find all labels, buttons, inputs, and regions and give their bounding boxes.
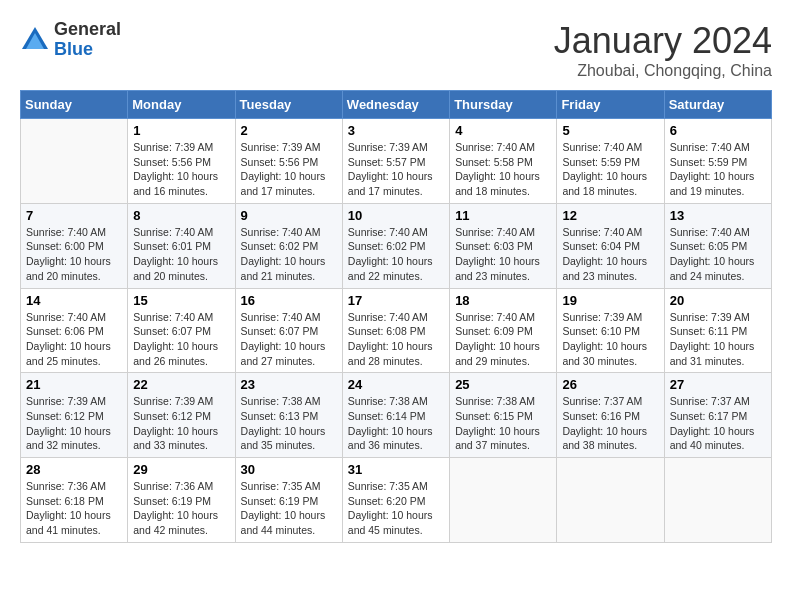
day-number: 11 xyxy=(455,208,551,223)
title-block: January 2024 Zhoubai, Chongqing, China xyxy=(554,20,772,80)
day-info: Sunrise: 7:40 AM Sunset: 6:09 PM Dayligh… xyxy=(455,310,551,369)
page-header: General Blue January 2024 Zhoubai, Chong… xyxy=(20,20,772,80)
day-number: 29 xyxy=(133,462,229,477)
day-info: Sunrise: 7:40 AM Sunset: 6:02 PM Dayligh… xyxy=(348,225,444,284)
calendar-cell: 29Sunrise: 7:36 AM Sunset: 6:19 PM Dayli… xyxy=(128,458,235,543)
day-number: 10 xyxy=(348,208,444,223)
day-number: 6 xyxy=(670,123,766,138)
day-info: Sunrise: 7:40 AM Sunset: 6:07 PM Dayligh… xyxy=(133,310,229,369)
calendar-cell: 12Sunrise: 7:40 AM Sunset: 6:04 PM Dayli… xyxy=(557,203,664,288)
calendar-cell: 3Sunrise: 7:39 AM Sunset: 5:57 PM Daylig… xyxy=(342,119,449,204)
day-info: Sunrise: 7:40 AM Sunset: 6:06 PM Dayligh… xyxy=(26,310,122,369)
day-number: 9 xyxy=(241,208,337,223)
week-row-0: 1Sunrise: 7:39 AM Sunset: 5:56 PM Daylig… xyxy=(21,119,772,204)
main-title: January 2024 xyxy=(554,20,772,62)
header-thursday: Thursday xyxy=(450,91,557,119)
calendar-cell: 7Sunrise: 7:40 AM Sunset: 6:00 PM Daylig… xyxy=(21,203,128,288)
week-row-1: 7Sunrise: 7:40 AM Sunset: 6:00 PM Daylig… xyxy=(21,203,772,288)
day-number: 30 xyxy=(241,462,337,477)
calendar-cell: 10Sunrise: 7:40 AM Sunset: 6:02 PM Dayli… xyxy=(342,203,449,288)
calendar-cell: 19Sunrise: 7:39 AM Sunset: 6:10 PM Dayli… xyxy=(557,288,664,373)
day-number: 22 xyxy=(133,377,229,392)
day-info: Sunrise: 7:38 AM Sunset: 6:13 PM Dayligh… xyxy=(241,394,337,453)
calendar-cell: 14Sunrise: 7:40 AM Sunset: 6:06 PM Dayli… xyxy=(21,288,128,373)
calendar-cell: 16Sunrise: 7:40 AM Sunset: 6:07 PM Dayli… xyxy=(235,288,342,373)
day-number: 28 xyxy=(26,462,122,477)
day-number: 3 xyxy=(348,123,444,138)
logo-general: General xyxy=(54,20,121,40)
day-number: 7 xyxy=(26,208,122,223)
day-number: 18 xyxy=(455,293,551,308)
day-info: Sunrise: 7:39 AM Sunset: 6:11 PM Dayligh… xyxy=(670,310,766,369)
calendar-cell: 31Sunrise: 7:35 AM Sunset: 6:20 PM Dayli… xyxy=(342,458,449,543)
week-row-4: 28Sunrise: 7:36 AM Sunset: 6:18 PM Dayli… xyxy=(21,458,772,543)
week-row-2: 14Sunrise: 7:40 AM Sunset: 6:06 PM Dayli… xyxy=(21,288,772,373)
calendar-cell: 28Sunrise: 7:36 AM Sunset: 6:18 PM Dayli… xyxy=(21,458,128,543)
day-number: 23 xyxy=(241,377,337,392)
logo-blue: Blue xyxy=(54,40,121,60)
day-info: Sunrise: 7:40 AM Sunset: 6:04 PM Dayligh… xyxy=(562,225,658,284)
day-info: Sunrise: 7:37 AM Sunset: 6:16 PM Dayligh… xyxy=(562,394,658,453)
day-number: 16 xyxy=(241,293,337,308)
day-number: 24 xyxy=(348,377,444,392)
header-monday: Monday xyxy=(128,91,235,119)
day-number: 15 xyxy=(133,293,229,308)
day-info: Sunrise: 7:40 AM Sunset: 6:00 PM Dayligh… xyxy=(26,225,122,284)
subtitle: Zhoubai, Chongqing, China xyxy=(554,62,772,80)
calendar-cell: 9Sunrise: 7:40 AM Sunset: 6:02 PM Daylig… xyxy=(235,203,342,288)
calendar-cell: 6Sunrise: 7:40 AM Sunset: 5:59 PM Daylig… xyxy=(664,119,771,204)
calendar-cell xyxy=(557,458,664,543)
calendar-cell: 5Sunrise: 7:40 AM Sunset: 5:59 PM Daylig… xyxy=(557,119,664,204)
day-info: Sunrise: 7:40 AM Sunset: 5:59 PM Dayligh… xyxy=(670,140,766,199)
day-info: Sunrise: 7:40 AM Sunset: 6:07 PM Dayligh… xyxy=(241,310,337,369)
day-number: 8 xyxy=(133,208,229,223)
calendar-cell: 11Sunrise: 7:40 AM Sunset: 6:03 PM Dayli… xyxy=(450,203,557,288)
calendar-cell: 27Sunrise: 7:37 AM Sunset: 6:17 PM Dayli… xyxy=(664,373,771,458)
calendar-cell: 2Sunrise: 7:39 AM Sunset: 5:56 PM Daylig… xyxy=(235,119,342,204)
day-info: Sunrise: 7:40 AM Sunset: 6:02 PM Dayligh… xyxy=(241,225,337,284)
day-info: Sunrise: 7:40 AM Sunset: 6:03 PM Dayligh… xyxy=(455,225,551,284)
day-number: 17 xyxy=(348,293,444,308)
calendar-cell: 1Sunrise: 7:39 AM Sunset: 5:56 PM Daylig… xyxy=(128,119,235,204)
day-number: 13 xyxy=(670,208,766,223)
calendar-cell: 25Sunrise: 7:38 AM Sunset: 6:15 PM Dayli… xyxy=(450,373,557,458)
calendar-cell: 22Sunrise: 7:39 AM Sunset: 6:12 PM Dayli… xyxy=(128,373,235,458)
calendar-cell: 4Sunrise: 7:40 AM Sunset: 5:58 PM Daylig… xyxy=(450,119,557,204)
day-info: Sunrise: 7:39 AM Sunset: 6:12 PM Dayligh… xyxy=(26,394,122,453)
day-info: Sunrise: 7:39 AM Sunset: 5:57 PM Dayligh… xyxy=(348,140,444,199)
calendar-cell: 30Sunrise: 7:35 AM Sunset: 6:19 PM Dayli… xyxy=(235,458,342,543)
day-number: 14 xyxy=(26,293,122,308)
header-wednesday: Wednesday xyxy=(342,91,449,119)
day-number: 12 xyxy=(562,208,658,223)
logo: General Blue xyxy=(20,20,121,60)
day-info: Sunrise: 7:39 AM Sunset: 6:10 PM Dayligh… xyxy=(562,310,658,369)
day-number: 1 xyxy=(133,123,229,138)
calendar-cell: 26Sunrise: 7:37 AM Sunset: 6:16 PM Dayli… xyxy=(557,373,664,458)
day-info: Sunrise: 7:40 AM Sunset: 5:58 PM Dayligh… xyxy=(455,140,551,199)
header-sunday: Sunday xyxy=(21,91,128,119)
day-number: 31 xyxy=(348,462,444,477)
day-info: Sunrise: 7:40 AM Sunset: 6:05 PM Dayligh… xyxy=(670,225,766,284)
day-info: Sunrise: 7:39 AM Sunset: 6:12 PM Dayligh… xyxy=(133,394,229,453)
day-number: 4 xyxy=(455,123,551,138)
day-info: Sunrise: 7:40 AM Sunset: 6:01 PM Dayligh… xyxy=(133,225,229,284)
calendar-cell: 23Sunrise: 7:38 AM Sunset: 6:13 PM Dayli… xyxy=(235,373,342,458)
calendar-cell: 24Sunrise: 7:38 AM Sunset: 6:14 PM Dayli… xyxy=(342,373,449,458)
calendar-cell xyxy=(21,119,128,204)
day-number: 26 xyxy=(562,377,658,392)
header-row: SundayMondayTuesdayWednesdayThursdayFrid… xyxy=(21,91,772,119)
calendar-body: 1Sunrise: 7:39 AM Sunset: 5:56 PM Daylig… xyxy=(21,119,772,543)
header-friday: Friday xyxy=(557,91,664,119)
day-number: 19 xyxy=(562,293,658,308)
day-number: 27 xyxy=(670,377,766,392)
calendar-cell: 21Sunrise: 7:39 AM Sunset: 6:12 PM Dayli… xyxy=(21,373,128,458)
day-info: Sunrise: 7:36 AM Sunset: 6:19 PM Dayligh… xyxy=(133,479,229,538)
calendar-cell: 17Sunrise: 7:40 AM Sunset: 6:08 PM Dayli… xyxy=(342,288,449,373)
day-number: 20 xyxy=(670,293,766,308)
day-info: Sunrise: 7:38 AM Sunset: 6:15 PM Dayligh… xyxy=(455,394,551,453)
day-number: 2 xyxy=(241,123,337,138)
calendar-cell xyxy=(664,458,771,543)
logo-icon xyxy=(20,25,50,55)
calendar-cell: 18Sunrise: 7:40 AM Sunset: 6:09 PM Dayli… xyxy=(450,288,557,373)
day-number: 25 xyxy=(455,377,551,392)
